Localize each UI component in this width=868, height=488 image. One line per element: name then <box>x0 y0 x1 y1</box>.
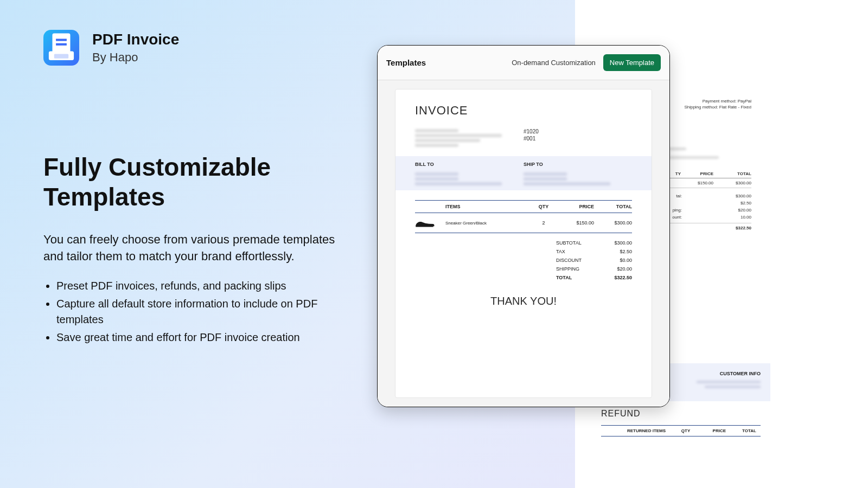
invoice-title: INVOICE <box>415 104 632 118</box>
window-body: INVOICE #1020 #001 BILL TO <box>378 80 669 407</box>
hero-bullets: Preset PDF invoices, refunds, and packin… <box>43 278 347 345</box>
bill-ship-section: BILL TO SHIP TO <box>395 156 652 190</box>
table-row: Sneaker Green/Black 2 $150.00 $300.00 <box>415 213 632 233</box>
new-template-button[interactable]: New Template <box>603 54 661 71</box>
bg-shipping-method: Shipping method: Flat Rate - Fixed <box>684 105 751 110</box>
templates-heading: Templates <box>386 58 426 67</box>
invoice-order-number: #1020 <box>524 129 632 134</box>
invoice-totals: SUBTOTAL$300.00 TAX$2.50 DISCOUNT$0.00 S… <box>415 239 632 282</box>
item-name: Sneaker Green/Black <box>445 221 531 226</box>
hero-heading: Fully Customizable Templates <box>43 152 347 212</box>
refund-table-header: RETURNED ITEMS QTY PRICE TOTAL <box>601 425 761 436</box>
item-total: $300.00 <box>594 220 632 226</box>
hero-subheading: You can freely choose from various prema… <box>43 232 347 265</box>
ship-to-label: SHIP TO <box>524 162 632 167</box>
svg-rect-2 <box>56 43 67 46</box>
item-qty: 2 <box>531 220 556 226</box>
invoice-number: #001 <box>524 136 632 142</box>
pdf-invoice-icon <box>43 30 79 66</box>
col-price: PRICE <box>556 204 594 209</box>
window-header: Templates On-demand Customization New Te… <box>378 46 669 80</box>
svg-rect-4 <box>54 54 68 59</box>
refund-title: REFUND <box>601 409 761 419</box>
svg-rect-1 <box>56 39 67 41</box>
marketing-column: PDF Invoice By Hapo Fully Customizable T… <box>43 30 347 348</box>
document-printer-icon <box>43 30 79 66</box>
sneaker-icon <box>415 217 436 228</box>
on-demand-customization-link[interactable]: On-demand Customization <box>512 59 596 67</box>
invoice-document: INVOICE #1020 #001 BILL TO <box>395 89 652 398</box>
bill-to-label: BILL TO <box>415 162 524 167</box>
bg-payment-method: Payment method: PayPal <box>703 99 751 104</box>
bullet-item: Save great time and effort for PDF invoi… <box>56 330 347 345</box>
app-byline: By Hapo <box>92 50 179 65</box>
col-qty: QTY <box>531 204 556 209</box>
bullet-item: Capture all default store information to… <box>56 296 347 328</box>
template-preview-window: Templates On-demand Customization New Te… <box>377 45 670 407</box>
bullet-item: Preset PDF invoices, refunds, and packin… <box>56 278 347 294</box>
app-header: PDF Invoice By Hapo <box>43 30 347 66</box>
thank-you-message: THANK YOU! <box>395 295 652 307</box>
app-title: PDF Invoice <box>92 31 179 48</box>
col-total: TOTAL <box>594 204 632 209</box>
col-items: ITEMS <box>445 204 531 209</box>
invoice-items-table: ITEMS QTY PRICE TOTAL Sneaker Green/Blac… <box>395 200 652 282</box>
item-price: $150.00 <box>556 220 594 226</box>
